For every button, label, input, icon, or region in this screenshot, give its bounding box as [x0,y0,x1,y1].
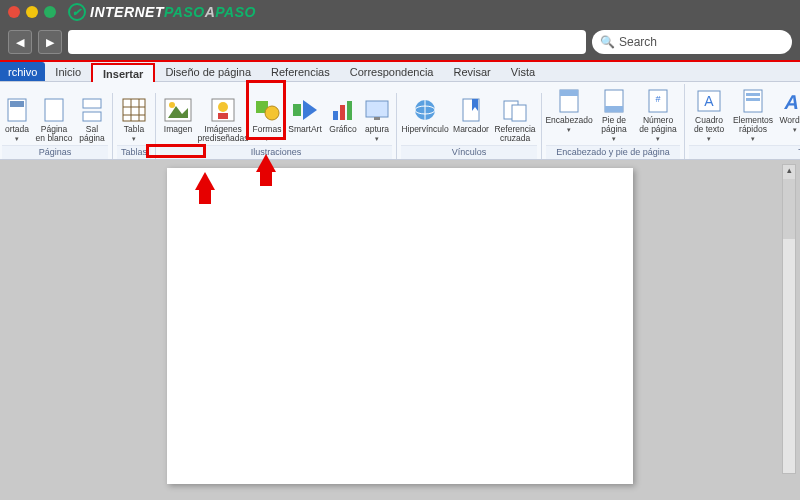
svg-rect-5 [123,99,145,121]
cmd-formas-label: Formas [253,125,282,134]
cmd-captura[interactable]: aptura▾ [362,95,392,144]
document-area: ▴ [0,160,800,500]
cmd-encabezado[interactable]: Encabezado▾ [546,86,592,135]
cmd-pagina-blanco-label: Página en blanco [35,125,73,143]
svg-point-17 [265,106,279,120]
address-bar[interactable] [68,30,586,54]
cmd-numero-pagina[interactable]: # Número de página▾ [636,86,680,144]
ribbon: ortada▾ Página en blanco Sal página Pági… [0,82,800,160]
logo-text-2: PASO [164,4,205,20]
svg-text:#: # [655,94,660,104]
svg-rect-20 [333,111,338,120]
logo-text-1: INTERNET [90,4,164,20]
cmd-imagen[interactable]: Imagen [160,95,196,135]
cmd-pagina-blanco[interactable]: Página en blanco [34,95,74,144]
ribbon-tabstrip: rchivo Inicio Insertar Diseño de página … [0,62,800,82]
back-button[interactable]: ◀ [8,30,32,54]
tab-inicio[interactable]: Inicio [45,62,91,81]
svg-point-12 [169,102,175,108]
tab-revisar[interactable]: Revisar [444,62,501,81]
svg-rect-4 [83,112,101,121]
textbox-icon: A [694,87,724,115]
cmd-marcador[interactable]: Marcador [451,95,491,135]
svg-rect-18 [293,104,301,116]
svg-point-14 [218,102,228,112]
footer-icon [599,87,629,115]
site-logo: ✔ INTERNET PASO A PASO [68,3,256,21]
cover-page-icon [2,96,32,124]
vertical-scrollbar[interactable]: ▴ [782,164,796,474]
tutorial-arrow-ilustraciones [195,172,215,190]
cmd-smartart[interactable]: SmartArt [286,95,324,135]
svg-rect-23 [366,101,388,117]
tab-referencias[interactable]: Referencias [261,62,340,81]
tab-vista[interactable]: Vista [501,62,545,81]
cmd-encabezado-label: Encabezado [545,116,592,125]
hyperlink-icon [410,96,440,124]
cmd-pie-pagina[interactable]: Pie de página▾ [594,86,634,144]
cmd-predisenadas-label: Imágenes prediseñadas [197,125,248,143]
cmd-elementos-rapidos[interactable]: Elementos rápidos▾ [731,86,775,144]
browser-navbar: ◀ ▶ 🔍 Search [0,24,800,60]
cmd-referencia-cruzada[interactable]: Referencia cruzada [493,95,537,144]
picture-icon [163,96,193,124]
cmd-refcruzada-label: Referencia cruzada [494,125,536,143]
cmd-grafico-label: Gráfico [329,125,356,134]
group-vinculos: Hipervínculo Marcador Referencia cruzada… [397,93,542,159]
close-dot[interactable] [8,6,20,18]
logo-mark-icon: ✔ [68,3,86,21]
browser-titlebar: ✔ INTERNET PASO A PASO [0,0,800,24]
scroll-up-arrow[interactable]: ▴ [783,165,795,179]
search-icon: 🔍 [600,35,615,49]
cmd-tabla[interactable]: Tabla▾ [117,95,151,144]
cmd-formas[interactable]: Formas▾ [250,95,284,144]
cmd-pie-label: Pie de página [595,116,633,134]
group-paginas: ortada▾ Página en blanco Sal página Pági… [0,93,113,159]
svg-rect-1 [10,101,24,107]
scroll-thumb[interactable] [783,179,795,239]
svg-rect-24 [374,117,380,120]
group-tablas: Tabla▾ Tablas [113,93,156,159]
cmd-hipervinculo-label: Hipervínculo [401,125,448,134]
search-box[interactable]: 🔍 Search [592,30,792,54]
document-page[interactable] [167,168,633,484]
tab-diseno-pagina[interactable]: Diseño de página [155,62,261,81]
group-ilustraciones-caption: Ilustraciones [160,145,392,159]
quickparts-icon [738,87,768,115]
cmd-grafico[interactable]: Gráfico [326,95,360,135]
cmd-numero-label: Número de página [637,116,679,134]
search-placeholder: Search [619,35,657,49]
clipart-icon [208,96,238,124]
svg-marker-19 [303,100,317,120]
svg-rect-2 [45,99,63,121]
group-texto: A Cuadro de texto▾ Elementos rápidos▾ A … [685,84,800,159]
cmd-tabla-label: Tabla [124,125,144,134]
logo-text-4: PASO [215,4,256,20]
cmd-cuadro-texto[interactable]: A Cuadro de texto▾ [689,86,729,144]
cmd-salto-pagina[interactable]: Sal página [76,95,108,144]
header-icon [554,87,584,115]
cmd-portada[interactable]: ortada▾ [2,95,32,144]
cmd-wordart[interactable]: A WordArt▾ [777,86,800,135]
minimize-dot[interactable] [26,6,38,18]
svg-rect-31 [512,105,526,121]
forward-button[interactable]: ▶ [38,30,62,54]
cmd-hipervinculo[interactable]: Hipervínculo [401,95,449,135]
tutorial-arrow-grafico [256,154,276,172]
file-tab[interactable]: rchivo [0,62,45,81]
cmd-imagenes-predisenadas[interactable]: Imágenes prediseñadas [198,95,248,144]
group-encabezado-caption: Encabezado y pie de página [546,145,680,159]
crossref-icon [500,96,530,124]
svg-rect-33 [560,90,578,96]
cmd-portada-label: ortada [5,125,29,134]
group-vinculos-caption: Vínculos [401,145,537,159]
svg-rect-41 [746,93,760,96]
logo-text-3: A [205,4,216,20]
zoom-dot[interactable] [44,6,56,18]
svg-rect-21 [340,105,345,120]
table-icon [119,96,149,124]
cmd-marcador-label: Marcador [453,125,489,134]
tab-correspondencia[interactable]: Correspondencia [340,62,444,81]
tab-insertar[interactable]: Insertar [91,63,155,82]
cmd-cuadro-label: Cuadro de texto [690,116,728,134]
